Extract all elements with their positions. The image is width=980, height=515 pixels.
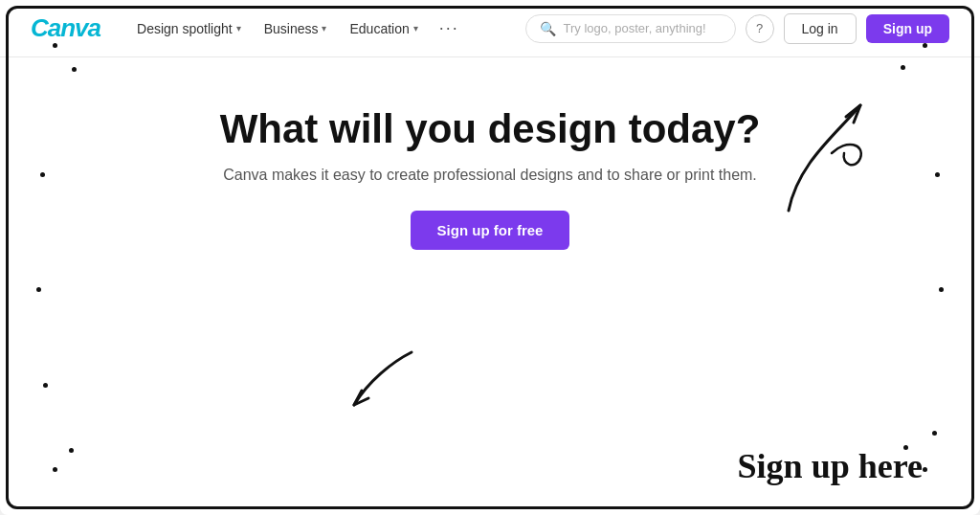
- signup-label: Sign up: [883, 21, 932, 36]
- nav-education-label: Education: [349, 21, 409, 36]
- nav-more-button[interactable]: ···: [432, 12, 467, 44]
- help-button[interactable]: ?: [746, 14, 774, 43]
- search-placeholder: Try logo, poster, anything!: [564, 21, 706, 35]
- page-frame: Canva Design spotlight ▾ Business ▾ Educ…: [0, 0, 980, 515]
- chevron-down-icon: ▾: [236, 23, 241, 34]
- nav-right: 🔍 Try logo, poster, anything! ? Log in S…: [525, 13, 949, 44]
- help-label: ?: [756, 21, 763, 35]
- arrow-down-left-icon: [335, 343, 431, 419]
- navbar: Canva Design spotlight ▾ Business ▾ Educ…: [0, 0, 980, 57]
- hero-subtitle: Canva makes it easy to create profession…: [223, 167, 757, 184]
- scatter-dot: [53, 43, 57, 48]
- scatter-dot: [903, 445, 908, 450]
- search-icon: 🔍: [540, 21, 556, 36]
- scatter-dot: [923, 43, 927, 48]
- signup-free-button[interactable]: Sign up for free: [411, 211, 570, 250]
- nav-item-design-spotlight[interactable]: Design spotlight ▾: [127, 15, 251, 42]
- scatter-dot: [932, 431, 937, 436]
- signup-free-label: Sign up for free: [437, 222, 544, 238]
- annotation-text: Sign up here: [738, 447, 923, 485]
- signup-button[interactable]: Sign up: [866, 14, 949, 43]
- scatter-dot: [72, 67, 77, 72]
- scatter-dot: [901, 65, 905, 70]
- more-dots-label: ···: [439, 18, 459, 37]
- scatter-dot: [935, 172, 940, 177]
- login-label: Log in: [802, 21, 838, 36]
- scatter-dot: [939, 287, 944, 292]
- annotation-area: Sign up here: [738, 446, 923, 486]
- hero-title: What will you design today?: [220, 105, 761, 153]
- nav-item-business[interactable]: Business ▾: [255, 15, 337, 42]
- login-button[interactable]: Log in: [784, 13, 857, 44]
- scatter-dot: [36, 287, 41, 292]
- search-bar[interactable]: 🔍 Try logo, poster, anything!: [525, 14, 736, 43]
- scatter-dot: [69, 448, 74, 453]
- scatter-dot: [40, 172, 45, 177]
- logo-text: Canva: [31, 13, 100, 42]
- scatter-dot: [43, 383, 48, 388]
- scatter-dot: [923, 467, 927, 472]
- nav-business-label: Business: [264, 21, 319, 36]
- nav-links: Design spotlight ▾ Business ▾ Education …: [127, 12, 524, 44]
- nav-item-education[interactable]: Education ▾: [340, 15, 427, 42]
- chevron-down-icon: ▾: [413, 23, 418, 34]
- chevron-down-icon: ▾: [322, 23, 326, 34]
- logo[interactable]: Canva: [31, 13, 100, 43]
- scatter-dot: [53, 467, 57, 472]
- nav-design-spotlight-label: Design spotlight: [137, 21, 233, 36]
- hero-section: What will you design today? Canva makes …: [0, 57, 980, 269]
